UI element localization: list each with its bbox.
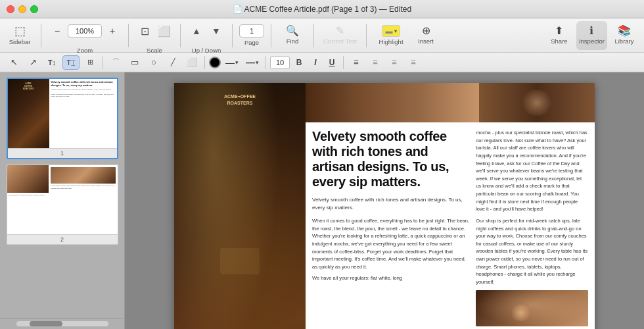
document-page: Velvety smooth coffee with rich tones an… [174,83,595,329]
library-icon: 📚 [618,26,631,36]
align-center-button[interactable]: ≡ [367,55,384,70]
line-width-button[interactable]: — ▾ [243,56,262,69]
highlight-dropdown-arrow: ▾ [394,28,397,34]
align-justify-button[interactable]: ≡ [405,55,422,70]
zoom-in-button[interactable]: + [103,16,122,45]
page-right-column: Velvety smooth coffee with rich tones an… [306,83,595,329]
fit-width-button[interactable]: ⬜ [155,16,173,45]
zoom-input[interactable] [68,24,102,38]
page-top-image [306,83,595,122]
insert-icon: ⊕ [422,26,430,36]
line-width-arrow: ▾ [256,59,259,66]
inspector-icon: ℹ [589,26,593,36]
article-side-column: mocha - plus our specialist blonde roast… [476,129,588,329]
bold-button[interactable]: B [292,55,306,70]
align-right-button[interactable]: ≡ [386,55,403,70]
fit-page-button[interactable]: ⊡ [135,16,154,45]
insert-button[interactable]: ⊕ Insert [411,21,440,50]
page-down-button[interactable]: ▼ [207,16,225,45]
page-left-column [174,83,306,329]
correct-text-button[interactable]: ✎ Correct Text [321,21,359,50]
coffee-shop-image [174,83,306,329]
page-input[interactable] [239,24,264,38]
sidebar-label: Sidebar [9,38,31,45]
close-button[interactable] [7,5,14,13]
page-group: Page [239,24,264,46]
zoom-label: Zoom [77,47,93,54]
shapes-line-button[interactable]: ╱ [164,55,181,70]
article-body-paragraph1: When it comes to good coffee, everything… [312,217,469,282]
text-annotate-button[interactable]: T⌶ [62,55,80,70]
link-button[interactable]: ⊞ [81,55,99,70]
inspector-label: Inspector [579,38,605,45]
inspector-button[interactable]: ℹ Inspector [576,21,607,50]
cursor-tool-button[interactable]: ↖ [5,55,22,70]
toolbar2: ↖ ↗ T↕ T⌶ ⊞ ⌒ ▭ ○ ╱ ⬜ — ▾ — ▾ B I U ≡ ≡ … [0,53,644,72]
line-style-arrow: ▾ [235,59,239,66]
toolbar2-separator2 [204,56,205,69]
traffic-lights [7,5,38,13]
thumbnail-1-page-num: 1 [8,148,117,158]
toolbar1: ⬚ Sidebar − + Zoom ⊡ ⬜ Scale ▲ ▼ Up / Do… [0,18,644,53]
share-label: Share [551,38,567,45]
color-picker[interactable] [209,57,221,68]
line-style-preview: — [225,57,234,68]
page-text-columns: Velvety smooth coffee with rich tones an… [306,122,595,329]
page-row [239,24,264,38]
side-text-1: mocha - plus our specialist blonde roast… [476,129,588,213]
thumbnail-2-content: Lorem ipsum dolor sit amet coffee artisa… [7,165,118,234]
line-style-button[interactable]: — ▾ [223,56,241,69]
minimize-button[interactable] [18,5,26,13]
library-button[interactable]: 📚 Library [610,21,639,50]
underline-button[interactable]: U [325,55,339,70]
shapes-circle-button[interactable]: ○ [145,55,162,70]
toolbar-separator [271,24,271,47]
shapes-filled-rect-button[interactable]: ⬜ [183,55,200,70]
article-title: Velvety smooth coffee with rich tones an… [312,129,469,190]
document-area: Velvety smooth coffee with rich tones an… [125,72,644,329]
sidebar-scroll-thumb[interactable] [30,321,62,326]
page-up-button[interactable]: ▲ [187,16,206,45]
highlight-button[interactable]: ▬ ▾ Highlight [373,21,409,50]
toolbar2-separator [103,56,103,69]
highlight-swatch: ▬ ▾ [382,25,400,37]
library-label: Library [614,38,633,45]
correct-text-icon: ✎ [336,26,344,36]
scale-group: ⊡ ⬜ Scale [135,16,173,54]
select-tool-button[interactable]: ↗ [24,55,41,70]
toolbar-separator [128,24,129,47]
line-width-preview: — [246,57,254,68]
toolbar2-separator3 [265,56,266,69]
scale-label: Scale [147,47,162,54]
find-label: Find [287,38,298,45]
toolbar2-separator4 [343,56,344,69]
sidebar-scroll-track [16,321,108,326]
sidebar-icon: ⬚ [14,25,26,37]
shapes-rect-button[interactable]: ▭ [126,55,143,70]
updown-row: ▲ ▼ [187,16,225,45]
align-left-button[interactable]: ≡ [348,55,365,70]
toolbar-separator [232,24,233,47]
window-title: 📄 ACME Coffee Article.pdf (Page 1 of 3) … [233,5,411,14]
main-area: ACMECOFFEEROASTERS Velvety smooth coffee… [0,72,644,329]
text-select-button[interactable]: T↕ [43,55,60,70]
page-label: Page [244,39,259,46]
toolbar-separator [366,24,367,47]
toolbar-right: ⬆ Share ℹ Inspector 📚 Library [545,21,639,50]
signature-button[interactable]: ⌒ [107,55,124,70]
thumbnail-list: ACMECOFFEEROASTERS Velvety smooth coffee… [0,72,124,318]
correct-text-label: Correct Text [323,38,357,45]
maximize-button[interactable] [30,5,38,13]
share-icon: ⬆ [555,26,563,36]
font-size-input[interactable] [270,56,290,69]
thumbnail-page-1[interactable]: ACMECOFFEEROASTERS Velvety smooth coffee… [7,78,118,159]
find-icon: 🔍 [286,26,299,36]
scale-row: ⊡ ⬜ [135,16,173,45]
italic-button[interactable]: I [308,55,323,70]
find-button[interactable]: 🔍 Find [278,21,307,50]
zoom-out-button[interactable]: − [48,16,66,45]
share-button[interactable]: ⬆ Share [545,21,574,50]
updown-group: ▲ ▼ Up / Down [187,16,225,54]
sidebar-toggle-button[interactable]: ⬚ Sidebar [5,21,34,50]
thumbnail-page-2[interactable]: Lorem ipsum dolor sit amet coffee artisa… [7,164,118,245]
